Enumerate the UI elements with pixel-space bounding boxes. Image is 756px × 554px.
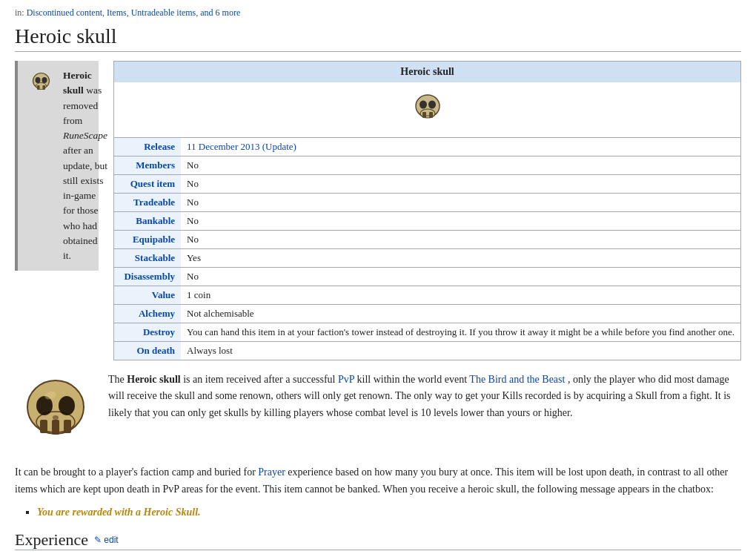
breadcrumb: in: Discontinued content, Items, Untrade… <box>15 7 741 19</box>
infobox-label-release: Release <box>114 138 181 156</box>
infobox-row-release: Release 11 December 2013 (Update) <box>114 138 740 156</box>
svg-point-10 <box>36 77 41 83</box>
prayer-link[interactable]: Prayer <box>258 466 285 478</box>
infobox-row-bankable: Bankable No <box>114 212 740 231</box>
infobox-label-value: Value <box>114 286 181 305</box>
infobox-value-stackable: Yes <box>181 249 740 268</box>
infobox-label-destroy: Destroy <box>114 323 181 342</box>
svg-rect-8 <box>37 85 40 90</box>
notice-body: was removed from RuneScape after an upda… <box>63 85 107 261</box>
infobox-row-ondeath: On death Always lost <box>114 342 740 360</box>
infobox-value-quest: No <box>181 175 740 194</box>
infobox-row-members: Members No <box>114 156 740 175</box>
page-title: Heroic skull <box>15 24 741 52</box>
infobox-title: Heroic skull <box>114 62 740 82</box>
svg-rect-3 <box>429 112 433 118</box>
infobox-row-stackable: Stackable Yes <box>114 249 740 268</box>
infobox-value-members: No <box>181 156 740 175</box>
breadcrumb-link-3[interactable]: Untradeable items <box>131 7 196 18</box>
release-link[interactable]: 11 December 2013 (Update) <box>187 141 296 152</box>
infobox-label-equipable: Equipable <box>114 231 181 249</box>
game-name: RuneScape <box>63 130 107 141</box>
infobox-label-bankable: Bankable <box>114 212 181 231</box>
infobox-image <box>114 82 740 137</box>
svg-rect-15 <box>52 420 59 435</box>
skull-main-icon <box>15 372 96 453</box>
infobox-label-disassembly: Disassembly <box>114 268 181 286</box>
infobox-row-tradeable: Tradeable No <box>114 194 740 212</box>
infobox-value-value: 1 coin <box>181 286 740 305</box>
infobox-row-quest: Quest item No <box>114 175 740 194</box>
svg-rect-2 <box>422 112 426 118</box>
intro-the: The <box>108 374 127 385</box>
svg-rect-16 <box>64 420 71 433</box>
skull-notice-icon <box>28 70 54 96</box>
body-text-before-prayer: It can be brought to a player's faction … <box>15 466 258 478</box>
infobox-label-quest: Quest item <box>114 175 181 194</box>
intro-part2: is an item received after a successful <box>183 374 338 385</box>
intro-part3: kill within the world event <box>357 374 470 385</box>
breadcrumb-prefix: in: <box>15 7 24 18</box>
infobox-value-tradeable: No <box>181 194 740 212</box>
infobox-row-disassembly: Disassembly No <box>114 268 740 286</box>
notice-icon <box>28 70 54 102</box>
item-image-container <box>15 372 96 456</box>
intro-text: The Heroic skull is an item received aft… <box>108 372 741 421</box>
infobox-value-release: 11 December 2013 (Update) <box>181 138 740 156</box>
infobox-label-stackable: Stackable <box>114 249 181 268</box>
chat-message-text: You are rewarded with a Heroic Skull. <box>37 507 201 518</box>
body-paragraph-1: It can be brought to a player's faction … <box>15 464 741 498</box>
experience-heading: Experience ✎ edit <box>15 530 741 550</box>
infobox-row-destroy: Destroy You can hand this item in at you… <box>114 323 740 342</box>
infobox-label-members: Members <box>114 156 181 175</box>
experience-heading-text: Experience <box>15 530 88 550</box>
list-item-chat: You are rewarded with a Heroic Skull. <box>37 507 741 518</box>
infobox-row-alchemy: Alchemy Not alchemisable <box>114 305 740 323</box>
breadcrumb-link-1[interactable]: Discontinued content <box>27 7 102 18</box>
breadcrumb-link-more[interactable]: and 6 more <box>200 7 240 18</box>
notice-text: Heroic skull was removed from RuneScape … <box>63 68 107 263</box>
svg-point-19 <box>53 415 59 420</box>
svg-point-4 <box>420 101 427 109</box>
infobox-value-bankable: No <box>181 212 740 231</box>
infobox-row-equipable: Equipable No <box>114 231 740 249</box>
infobox-row-value: Value 1 coin <box>114 286 740 305</box>
pvp-link[interactable]: PvP <box>338 374 354 385</box>
infobox-value-disassembly: No <box>181 268 740 286</box>
edit-pencil-icon: ✎ <box>94 535 102 545</box>
infobox: Heroic skull Release 11 December 2013 (U… <box>113 61 741 360</box>
breadcrumb-link-2[interactable]: Items <box>107 7 127 18</box>
infobox-value-equipable: No <box>181 231 740 249</box>
infobox-value-ondeath: Always lost <box>181 342 740 360</box>
svg-point-5 <box>428 101 436 109</box>
svg-rect-9 <box>43 85 46 90</box>
svg-point-18 <box>59 396 75 415</box>
infobox-value-destroy: You can hand this item in at your factio… <box>181 323 740 342</box>
infobox-value-alchemy: Not alchemisable <box>181 305 740 323</box>
chat-message-list: You are rewarded with a Heroic Skull. <box>37 507 741 518</box>
experience-edit-link[interactable]: ✎ edit <box>94 535 119 545</box>
infobox-label-tradeable: Tradeable <box>114 194 181 212</box>
svg-rect-14 <box>40 420 47 433</box>
infobox-label-alchemy: Alchemy <box>114 305 181 323</box>
notice-box: Heroic skull was removed from RuneScape … <box>15 61 99 271</box>
infobox-table: Release 11 December 2013 (Update) Member… <box>114 137 740 360</box>
infobox-label-ondeath: On death <box>114 342 181 360</box>
event-link[interactable]: The Bird and the Beast <box>469 374 565 385</box>
edit-link-label: edit <box>104 535 118 545</box>
intro-item-bold: Heroic skull <box>127 374 180 385</box>
skull-infobox-icon <box>409 90 446 127</box>
svg-point-11 <box>42 77 47 83</box>
